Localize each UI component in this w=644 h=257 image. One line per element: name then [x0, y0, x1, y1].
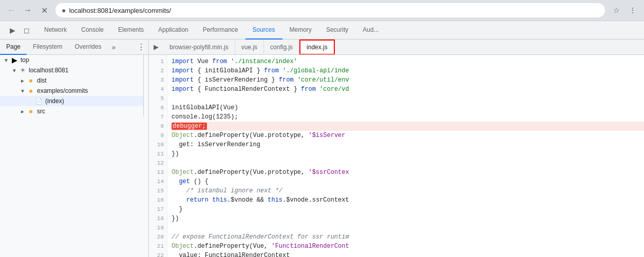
file-tab-vue[interactable]: vue.js: [235, 39, 264, 55]
file-tabs: ▶ browser-polyfill.min.js vue.js config.…: [149, 39, 644, 55]
file-tab-config[interactable]: config.js: [264, 39, 299, 55]
line-num-10: 10: [149, 140, 164, 149]
line-num-13: 13: [149, 168, 164, 177]
tree-label-examples: examples/commits: [37, 87, 88, 94]
file-tree-section: Page Filesystem Overrides » ⋮ ▼ ▶: [0, 39, 149, 257]
code-line-18: }): [172, 214, 644, 223]
code-line-7: console.log(1235);: [172, 112, 644, 122]
folder-icon-examples: ■: [27, 87, 35, 95]
line-num-16: 16: [149, 195, 164, 205]
device-icon[interactable]: ◻: [21, 24, 33, 36]
tab-page[interactable]: Page: [0, 39, 27, 55]
tree-item-examples[interactable]: ▼ ■ examples/commits: [0, 86, 143, 96]
folder-icon-dist: ■: [27, 76, 35, 85]
tab-audits[interactable]: Aud...: [355, 21, 386, 39]
tree-arrow-src: ►: [18, 109, 27, 114]
tree-item-dist[interactable]: ► ■ dist: [0, 75, 143, 86]
browser-actions: ☆ ⋮: [609, 3, 640, 17]
more-tabs-button[interactable]: »: [107, 41, 120, 53]
tab-security[interactable]: Security: [319, 21, 355, 39]
nav-buttons: ← → ✕: [4, 3, 51, 17]
line-num-1: 1: [149, 57, 164, 66]
line-num-5: 5: [149, 94, 164, 103]
code-line-3: import { isServerRendering } from 'core/…: [172, 75, 644, 85]
tree-item-src[interactable]: ► ■ src: [0, 106, 143, 116]
tab-console[interactable]: Console: [74, 21, 111, 39]
tree-arrow-top: ▼: [2, 57, 10, 63]
code-line-5: [172, 94, 644, 103]
line-num-20: 20: [149, 232, 164, 242]
tree-label-localhost: localhost:8081: [29, 67, 68, 74]
url-text: localhost:8081/examples/commits/: [69, 7, 171, 14]
debugger-statement: debugger;: [172, 123, 207, 130]
line-num-2: 2: [149, 66, 164, 75]
tab-memory[interactable]: Memory: [282, 21, 319, 39]
code-line-11: }): [172, 149, 644, 159]
tab-application[interactable]: Application: [151, 21, 196, 39]
browser-chrome: ← → ✕ ● localhost:8081/examples/commits/…: [0, 0, 644, 21]
cloud-icon: ☀: [18, 66, 27, 74]
line-num-21: 21: [149, 242, 164, 251]
file-tab-index[interactable]: index.js: [299, 39, 335, 55]
code-line-15: /* istanbul ignore next */: [172, 186, 644, 195]
file-tab-back-icon[interactable]: ▶: [149, 43, 163, 51]
menu-button[interactable]: ⋮: [626, 3, 640, 17]
line-num-18: 18: [149, 214, 164, 223]
code-line-20: // expose FunctionalRenderContext for ss…: [172, 232, 644, 242]
tree-item-index[interactable]: 📄 (index): [0, 96, 143, 106]
line-num-22: 22: [149, 251, 164, 257]
line-numbers: 1 2 3 4 5 6 7 8 9 10 11 12 13: [149, 55, 167, 257]
devtools-content: Page Filesystem Overrides » ⋮ ▼ ▶: [0, 39, 644, 257]
tree-label-index: (index): [45, 97, 64, 105]
line-num-15: 15: [149, 186, 164, 195]
tab-overrides[interactable]: Overrides: [68, 39, 107, 55]
line-num-11: 11: [149, 149, 164, 159]
line-num-6: 6: [149, 103, 164, 112]
tree-arrow-dist: ►: [18, 78, 27, 84]
code-line-9: Object.defineProperty(Vue.prototype, '$i…: [172, 131, 644, 140]
line-num-9: 9: [149, 131, 164, 140]
address-bar[interactable]: ● localhost:8081/examples/commits/: [55, 3, 605, 17]
folder-icon-src: ■: [27, 107, 35, 115]
code-line-13: Object.defineProperty(Vue.prototype, '$s…: [172, 168, 644, 177]
code-line-21: Object.defineProperty(Vue, 'FunctionalRe…: [172, 242, 644, 251]
code-lines: import Vue from './instance/index' impor…: [167, 55, 644, 257]
line-num-8: 8: [149, 122, 164, 131]
tab-elements[interactable]: Elements: [111, 21, 151, 39]
close-button[interactable]: ✕: [37, 3, 51, 17]
code-line-16: return this.$vnode && this.$vnode.ssrCon…: [172, 195, 644, 205]
code-line-14: get () {: [172, 177, 644, 186]
forward-button[interactable]: →: [21, 3, 35, 17]
back-button[interactable]: ←: [4, 3, 18, 17]
tree-item-top[interactable]: ▼ ▶ top: [0, 55, 143, 65]
lock-icon: ●: [62, 6, 66, 14]
secondary-tabs: Page Filesystem Overrides » ⋮: [0, 39, 148, 55]
tree-arrow-examples: ▼: [18, 88, 27, 94]
inspect-icon[interactable]: ▶: [6, 24, 18, 36]
tab-network[interactable]: Network: [37, 21, 74, 39]
tab-filesystem[interactable]: Filesystem: [27, 39, 68, 55]
top-icon: ▶: [10, 56, 18, 64]
line-num-7: 7: [149, 112, 164, 122]
file-tab-polyfill[interactable]: browser-polyfill.min.js: [163, 39, 235, 55]
code-content: 1 2 3 4 5 6 7 8 9 10 11 12 13: [149, 55, 644, 257]
tree-label-src: src: [37, 108, 45, 115]
line-num-12: 12: [149, 159, 164, 168]
code-line-8: debugger;: [172, 122, 644, 131]
tree-item-localhost[interactable]: ▼ ☀ localhost:8081: [0, 65, 143, 75]
star-button[interactable]: ☆: [609, 3, 623, 17]
tab-performance[interactable]: Performance: [196, 21, 245, 39]
sources-panel: Page Filesystem Overrides » ⋮ ▼ ▶: [0, 39, 644, 257]
file-tree: ▼ ▶ top ▼ ☀ localhost:8081: [0, 55, 144, 116]
code-line-17: }: [172, 205, 644, 214]
file-icon-index: 📄: [35, 97, 43, 105]
tree-arrow-localhost: ▼: [10, 68, 18, 73]
tab-sources[interactable]: Sources: [245, 21, 282, 39]
code-line-1: import Vue from './instance/index': [172, 57, 644, 66]
kebab-menu-button[interactable]: ⋮: [134, 40, 148, 54]
code-line-6: initGlobalAPI(Vue): [172, 103, 644, 112]
line-num-3: 3: [149, 75, 164, 85]
code-line-10: get: isServerRendering: [172, 140, 644, 149]
code-line-12: [172, 159, 644, 168]
code-editor: ▶ browser-polyfill.min.js vue.js config.…: [149, 39, 644, 257]
